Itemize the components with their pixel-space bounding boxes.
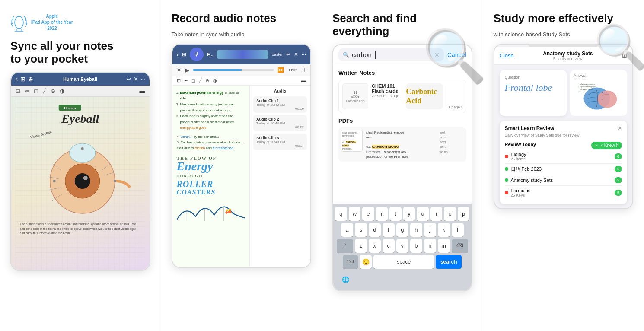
key-x[interactable]: x	[369, 239, 381, 253]
back-icon[interactable]: ‹	[16, 75, 18, 83]
more-icon[interactable]: ···	[140, 76, 145, 82]
knew-it-badge[interactable]: ✓ ✓ Knew It	[591, 142, 622, 149]
grid-btn-audio[interactable]: ⊞	[182, 51, 186, 57]
shapes-icon-audio[interactable]: ◑	[213, 78, 217, 83]
review-item-anatomy[interactable]: Anatomy study Sets 5	[505, 175, 622, 186]
key-f[interactable]: f	[383, 223, 395, 237]
key-delete[interactable]: ⌫	[452, 239, 468, 253]
key-123[interactable]: 123	[343, 255, 358, 269]
cancel-button[interactable]: Cancel	[447, 51, 466, 58]
svg-point-0	[15, 16, 23, 29]
lasso-icon-audio[interactable]: ⊕	[205, 78, 209, 83]
key-search[interactable]: search	[436, 255, 462, 269]
key-u[interactable]: u	[417, 207, 429, 221]
clip1-title: Audio Clip 1	[256, 99, 304, 103]
notes-writing-area: Maximum potential energy at start of rid…	[172, 86, 250, 267]
grid-view-icon[interactable]: ⊞	[622, 52, 627, 59]
grid-icon[interactable]: ⊞	[20, 76, 26, 83]
key-o[interactable]: o	[444, 207, 456, 221]
eraser-icon-audio[interactable]: ◻	[191, 78, 195, 83]
key-j[interactable]: j	[424, 223, 436, 237]
clip2-time: Today at 10:44 PM	[256, 121, 304, 125]
panel-audio: Record audio notes Take notes in sync wi…	[161, 0, 322, 331]
review-item-formulas[interactable]: Formulas 25 Keys 5	[505, 186, 622, 200]
biology-badge: 6	[615, 153, 622, 159]
skip-back-icon[interactable]: ⏸	[301, 67, 306, 73]
img-icon-audio[interactable]: ⊡	[177, 78, 181, 83]
pdf-text-preview: shall Resident(s) removeone. 41. CARBON-…	[366, 130, 434, 159]
key-m[interactable]: m	[438, 239, 450, 253]
close-smart-learn-icon[interactable]: ✕	[618, 125, 622, 131]
audio-clip-2[interactable]: Audio Clip 2 Today at 10:44 PM 00:22	[253, 115, 307, 131]
pen-tool-icon[interactable]: ✏	[25, 88, 29, 94]
phone-mockup-search: 🔍 carbon ✕ Cancel Written Notes H ₂CO₃ C…	[332, 44, 472, 291]
audio-clip-1[interactable]: Audio Clip 1 Today at 10:42 AM 00:16	[253, 96, 307, 113]
close-btn-audio[interactable]: ✕	[294, 51, 298, 57]
key-h[interactable]: h	[410, 223, 422, 237]
play-icon[interactable]: ▶	[185, 67, 189, 73]
skip-fwd-icon[interactable]: ⏩	[277, 67, 284, 73]
key-z[interactable]: z	[355, 239, 367, 253]
close-button[interactable]: Close	[500, 52, 514, 59]
keyboard: q w e r t y u i o p a s d f g h j k l	[333, 204, 472, 290]
flashcard-question-card[interactable]: Question Frontal lobe	[500, 70, 567, 116]
panel-study: 🔍 Study more effectively with science-ba…	[483, 0, 644, 331]
undo-icon[interactable]: ↩	[127, 76, 131, 82]
review-item-japanese[interactable]: 日語 Feb 2023 5	[505, 164, 622, 175]
key-space[interactable]: space	[373, 255, 434, 269]
key-q[interactable]: q	[335, 207, 347, 221]
key-t[interactable]: t	[389, 207, 402, 221]
key-s[interactable]: s	[355, 223, 367, 237]
key-v[interactable]: v	[396, 239, 408, 253]
flashcard-brain-card[interactable]: Answer	[570, 70, 627, 116]
note-card-row[interactable]: H ₂CO₃ Carbonic Acid CHEM 101 Flash card…	[338, 80, 466, 113]
image-tool-icon[interactable]: ⊡	[16, 88, 20, 94]
pdf-item[interactable]: shall Resident(s) remove one.41. CARBON-…	[338, 127, 466, 162]
review-item-biology[interactable]: Biology 25 items 6	[505, 150, 622, 164]
color-tool-icon[interactable]: ▬	[140, 88, 145, 94]
key-b[interactable]: b	[410, 239, 422, 253]
back-btn-audio[interactable]: ‹	[177, 51, 179, 58]
clear-search-icon[interactable]: ✕	[434, 51, 440, 58]
pencil-icon-audio[interactable]: ╱	[199, 78, 202, 83]
answer-label: Answer	[570, 70, 627, 80]
keyboard-row-globe: 🌐	[335, 271, 470, 286]
key-d[interactable]: d	[369, 223, 381, 237]
key-emoji[interactable]: 🙂	[360, 255, 372, 269]
add-icon[interactable]: ⊕	[28, 76, 33, 83]
undo-btn-audio[interactable]: ↩	[286, 51, 290, 57]
review-item-anatomy-left: Anatomy study Sets	[505, 178, 553, 183]
key-k[interactable]: k	[438, 223, 450, 237]
close-icon-top[interactable]: ✕	[134, 76, 138, 82]
audio-clip-3[interactable]: Audio Clip 3 Today at 10:48 PM 00:14	[253, 134, 307, 150]
key-y[interactable]: y	[403, 207, 415, 221]
key-i[interactable]: i	[430, 207, 443, 221]
key-l[interactable]: l	[452, 223, 464, 237]
key-e[interactable]: e	[362, 207, 374, 221]
search-input-area[interactable]: 🔍 carbon ✕	[338, 48, 444, 61]
key-w[interactable]: w	[349, 207, 361, 221]
key-n[interactable]: n	[424, 239, 436, 253]
mic-button[interactable]: 🎙	[190, 48, 204, 61]
eraser-tool-icon[interactable]: ◻	[34, 88, 38, 94]
more-btn-audio[interactable]: ···	[302, 51, 306, 57]
key-p[interactable]: p	[458, 207, 470, 221]
review-today-label: Review Today	[505, 142, 536, 147]
pen-icon-audio[interactable]: ✒	[184, 78, 188, 83]
review-dot-anatomy	[505, 178, 508, 182]
panel-search: 🔍 Search and findeverything 🔍 carbon ✕ C…	[322, 0, 483, 331]
highlight-tool-icon[interactable]: ╱	[43, 88, 46, 94]
lasso-tool-icon[interactable]: ⊕	[51, 88, 55, 94]
clip3-title: Audio Clip 3	[256, 136, 304, 140]
key-c[interactable]: c	[383, 239, 395, 253]
japanese-badge: 5	[615, 166, 622, 172]
audio-progress[interactable]	[193, 69, 274, 71]
stop-icon[interactable]: ✕	[177, 67, 181, 73]
key-g[interactable]: g	[396, 223, 408, 237]
color-icon-audio[interactable]: ▬	[301, 78, 306, 83]
key-globe[interactable]: 🌐	[339, 273, 351, 286]
key-a[interactable]: a	[341, 223, 353, 237]
shapes-tool-icon[interactable]: ◑	[60, 88, 64, 94]
key-r[interactable]: r	[376, 207, 388, 221]
key-shift[interactable]: ⇧	[337, 239, 353, 253]
